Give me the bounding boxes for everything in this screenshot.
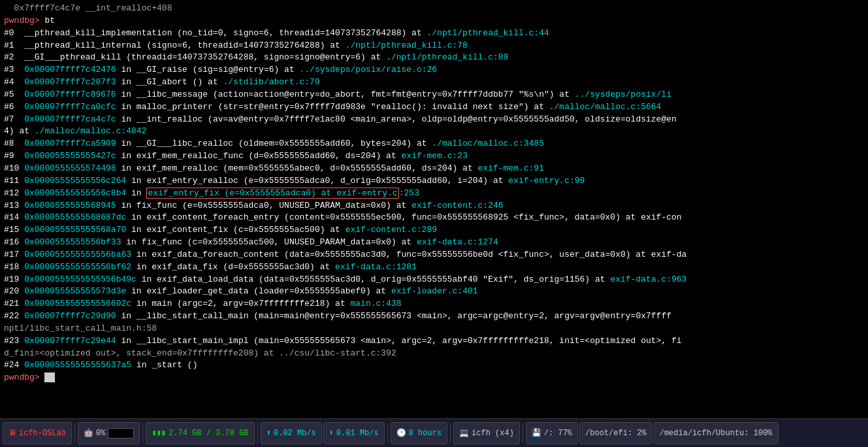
cpu-monitor-icon: 💻 [459, 428, 469, 438]
memory-icon: ▮▮▮ [152, 428, 166, 438]
terminal-line-highlighted: #12 0x00005555555556c8b4 in exif_entry_f… [4, 188, 864, 200]
terminal-line: #4 0x00007ffff7c287f3 in __GI_abort () a… [4, 76, 864, 89]
terminal-line: #5 0x00007ffff7c89676 in __libc_message … [4, 89, 864, 101]
terminal-line: #7 0x00007ffff7ca4c7c in __int_realloc (… [4, 114, 864, 126]
taskbar-disk-ubuntu[interactable]: /media/icfh/Ubuntu: 100% [654, 422, 779, 444]
oslab-label: icfh-OSLab [19, 429, 66, 438]
terminal-line: #19 0x0000555555555556b49c in exif_data_… [4, 274, 864, 286]
terminal-line: #10 0x0000555555574498 in exif_mem_reall… [4, 163, 864, 175]
terminal-line: #23 0x00007ffff7c29e44 in __libc_start_m… [4, 335, 864, 348]
taskbar-oslab[interactable]: 🖥 icfh-OSLab [3, 422, 72, 444]
taskbar-download[interactable]: ⬇ 0.01 Mb/s [323, 422, 385, 444]
taskbar-separator2 [142, 423, 143, 443]
memory-label: 2.74 GB / 3.78 GB [169, 429, 248, 438]
oslab-icon: 🖥 [8, 428, 16, 438]
terminal-line: #14 0x0000555555568687dc in exif_content… [4, 212, 864, 224]
clock-icon: 🕐 [396, 428, 406, 438]
taskbar-memory[interactable]: ▮▮▮ 2.74 GB / 3.78 GB [146, 422, 254, 444]
terminal-line: #13 0x0000555555568945 in fix_func (e=0x… [4, 200, 864, 212]
taskbar-upload[interactable]: ⬆ 0.02 Mb/s [261, 422, 322, 444]
terminal-line: pwndbg> bt [4, 15, 864, 27]
taskbar-disk-root[interactable]: 💾 /: 77% [526, 422, 578, 444]
terminal-line: #9 0x000055555555427c in exif_mem_reallo… [4, 150, 864, 163]
terminal-line: #24 0x00005555555555637a5 in _start () [4, 359, 864, 372]
taskbar-separator6 [522, 423, 523, 443]
terminal-line: #8 0x00007ffff7ca5909 in __GI___libc_rea… [4, 138, 864, 150]
terminal-line: #16 0x0000555555556bf33 in fix_func (c=0… [4, 237, 864, 249]
terminal-line: d_fini=<optimized out>, stack_end=0x7fff… [4, 348, 864, 360]
cpu-percent: 0% [96, 429, 105, 438]
terminal-line: #22 0x00007ffff7c29d90 in __libc_start_c… [4, 310, 864, 323]
terminal-line: #15 0x000055555555568a70 in exif_content… [4, 224, 864, 237]
terminal-line: 4) at ./malloc/malloc.c:4842 [4, 125, 864, 138]
terminal-line: #1 __pthread_kill_internal (signo=6, thr… [4, 40, 864, 52]
taskbar-disk-boot[interactable]: /boot/efi: 2% [579, 422, 652, 444]
terminal: 0x7ffff7c4c7e __int_realloc+408 pwndbg> … [0, 0, 868, 418]
terminal-line: #18 0x000055555555556bf62 in exif_data_f… [4, 261, 864, 274]
android-icon: 🤖 [84, 428, 93, 438]
download-icon: ⬇ [329, 428, 334, 438]
upload-icon: ⬆ [266, 428, 271, 438]
terminal-line: #21 0x000055555555556602c in main (argc=… [4, 298, 864, 310]
disk-root-label: /: 77% [544, 429, 572, 438]
cpu-monitor-label: icfh (x4) [472, 429, 514, 438]
taskbar-separator3 [257, 423, 258, 443]
disk-boot-label: /boot/efi: 2% [585, 429, 647, 438]
terminal-line: #3 0x00007ffff7c42476 in __GI_raise (sig… [4, 64, 864, 76]
disk-icon: 💾 [532, 428, 541, 438]
upload-label: 0.02 Mb/s [274, 429, 316, 438]
terminal-line: 0x7ffff7c4c7e __int_realloc+408 [4, 3, 864, 15]
terminal-line: #20 0x000055555555573d3e in exif_loader_… [4, 286, 864, 298]
terminal-prompt-line: pwndbg> [4, 372, 864, 384]
clock-label: 8 hours [409, 429, 442, 438]
taskbar-separator [74, 423, 75, 443]
terminal-line: #17 0x000055555555556ba63 in exif_data_f… [4, 249, 864, 261]
terminal-line: #2 __GI___pthread_kill (threadid=1407373… [4, 52, 864, 64]
terminal-line: #6 0x00007ffff7ca0cfc in malloc_printerr… [4, 101, 864, 114]
taskbar-separator4 [387, 423, 388, 443]
taskbar: 🖥 icfh-OSLab 🤖 0% ▮▮▮ 2.74 GB / 3.78 GB … [0, 418, 868, 447]
terminal-line: #0 __pthread_kill_implementation (no_tid… [4, 27, 864, 40]
download-label: 0.01 Mb/s [336, 429, 379, 438]
taskbar-separator5 [450, 423, 451, 443]
terminal-line: nptl/libc_start_call_main.h:58 [4, 323, 864, 335]
taskbar-clock[interactable]: 🕐 8 hours [391, 422, 447, 444]
taskbar-cpu-monitor[interactable]: 💻 icfh (x4) [453, 422, 520, 444]
terminal-line: #11 0x00005555555556c264 in exif_entry_r… [4, 175, 864, 188]
taskbar-cpu[interactable]: 🤖 0% [78, 422, 140, 444]
cpu-bar [108, 428, 134, 439]
disk-ubuntu-label: /media/icfh/Ubuntu: 100% [660, 429, 773, 438]
